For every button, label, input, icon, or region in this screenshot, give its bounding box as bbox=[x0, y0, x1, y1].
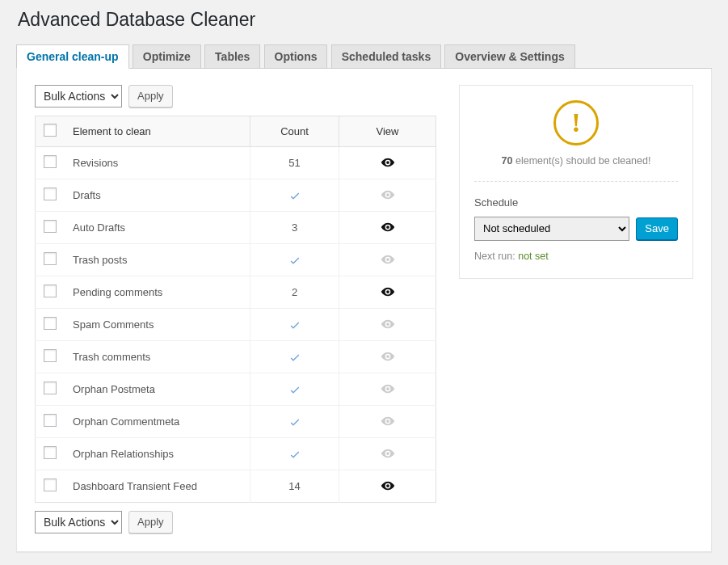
eye-icon bbox=[381, 253, 395, 265]
eye-icon[interactable] bbox=[381, 156, 395, 168]
table-row: Auto Drafts3 bbox=[36, 211, 436, 243]
summary-box: ! 70 element(s) should be cleaned! Sched… bbox=[459, 85, 693, 279]
tab-bar: General clean-upOptimizeTablesOptionsSch… bbox=[16, 44, 712, 69]
table-row: Spam Comments bbox=[36, 308, 436, 340]
row-checkbox[interactable] bbox=[44, 285, 57, 297]
eye-icon[interactable] bbox=[381, 285, 395, 297]
row-label: Trash comments bbox=[65, 340, 250, 373]
row-label: Pending comments bbox=[65, 276, 250, 308]
cleanup-table: Element to clean Count View Revisions51D… bbox=[35, 116, 436, 503]
row-label: Auto Drafts bbox=[65, 211, 250, 243]
save-button[interactable]: Save bbox=[636, 217, 678, 240]
row-label: Trash posts bbox=[65, 243, 250, 276]
schedule-label: Schedule bbox=[474, 196, 678, 209]
table-row: Orphan Commentmeta bbox=[36, 405, 436, 437]
table-row: Pending comments2 bbox=[36, 276, 436, 308]
row-count: 51 bbox=[250, 146, 339, 179]
bulk-actions-top: Bulk Actions Apply bbox=[35, 85, 436, 108]
row-count: 2 bbox=[250, 276, 339, 308]
check-icon bbox=[288, 382, 301, 394]
eye-icon[interactable] bbox=[381, 221, 395, 233]
tab-scheduled-tasks[interactable]: Scheduled tasks bbox=[331, 44, 442, 68]
row-label: Spam Comments bbox=[65, 308, 250, 340]
row-checkbox[interactable] bbox=[44, 479, 57, 491]
row-label: Drafts bbox=[65, 179, 250, 211]
warning-icon: ! bbox=[553, 100, 599, 145]
eye-icon bbox=[381, 350, 395, 362]
tab-general-clean-up[interactable]: General clean-up bbox=[16, 44, 129, 69]
tab-overview-settings[interactable]: Overview & Settings bbox=[444, 44, 574, 68]
check-icon bbox=[288, 253, 301, 265]
summary-text: 70 element(s) should be cleaned! bbox=[474, 155, 678, 167]
row-count: 3 bbox=[250, 211, 339, 243]
eye-icon bbox=[381, 318, 395, 330]
table-row: Dashboard Transient Feed14 bbox=[36, 470, 436, 502]
page-title: Advanced Database Cleaner bbox=[18, 8, 712, 32]
table-row: Trash posts bbox=[36, 243, 436, 276]
table-row: Drafts bbox=[36, 179, 436, 211]
check-icon bbox=[288, 415, 301, 427]
tab-optimize[interactable]: Optimize bbox=[133, 44, 201, 68]
check-icon bbox=[288, 318, 301, 330]
select-all-checkbox[interactable] bbox=[44, 124, 57, 137]
check-icon bbox=[288, 447, 301, 459]
apply-button-top[interactable]: Apply bbox=[128, 85, 173, 108]
row-checkbox[interactable] bbox=[44, 446, 57, 459]
col-header-view: View bbox=[339, 116, 436, 146]
eye-icon[interactable] bbox=[381, 479, 395, 491]
row-label: Orphan Postmeta bbox=[65, 373, 250, 405]
table-row: Revisions51 bbox=[36, 146, 436, 179]
row-checkbox[interactable] bbox=[44, 155, 57, 168]
row-label: Orphan Commentmeta bbox=[65, 405, 250, 437]
next-run: Next run: not set bbox=[474, 251, 678, 262]
row-count: 14 bbox=[250, 470, 339, 502]
row-checkbox[interactable] bbox=[44, 414, 57, 427]
check-icon bbox=[288, 350, 301, 362]
tab-options[interactable]: Options bbox=[264, 44, 328, 68]
row-checkbox[interactable] bbox=[44, 188, 57, 200]
row-label: Orphan Relationships bbox=[65, 437, 250, 470]
table-row: Orphan Relationships bbox=[36, 437, 436, 470]
col-header-element: Element to clean bbox=[65, 116, 250, 146]
table-row: Orphan Postmeta bbox=[36, 373, 436, 405]
bulk-action-select-top[interactable]: Bulk Actions bbox=[35, 85, 122, 108]
row-checkbox[interactable] bbox=[44, 252, 57, 265]
row-label: Dashboard Transient Feed bbox=[65, 470, 250, 502]
eye-icon bbox=[381, 415, 395, 427]
tab-tables[interactable]: Tables bbox=[204, 44, 260, 68]
row-checkbox[interactable] bbox=[44, 317, 57, 330]
eye-icon bbox=[381, 188, 395, 200]
general-cleanup-panel: Bulk Actions Apply Element to clean Coun… bbox=[16, 69, 712, 552]
table-row: Trash comments bbox=[36, 340, 436, 373]
schedule-select[interactable]: Not scheduled bbox=[474, 217, 629, 241]
row-checkbox[interactable] bbox=[44, 220, 57, 233]
row-checkbox[interactable] bbox=[44, 349, 57, 362]
check-icon bbox=[288, 188, 301, 200]
row-label: Revisions bbox=[65, 146, 250, 179]
eye-icon bbox=[381, 447, 395, 459]
apply-button-bottom[interactable]: Apply bbox=[128, 511, 173, 533]
eye-icon bbox=[381, 382, 395, 394]
col-header-count: Count bbox=[250, 116, 339, 146]
row-checkbox[interactable] bbox=[44, 382, 57, 394]
bulk-actions-bottom: Bulk Actions Apply bbox=[35, 511, 436, 533]
bulk-action-select-bottom[interactable]: Bulk Actions bbox=[35, 511, 122, 533]
